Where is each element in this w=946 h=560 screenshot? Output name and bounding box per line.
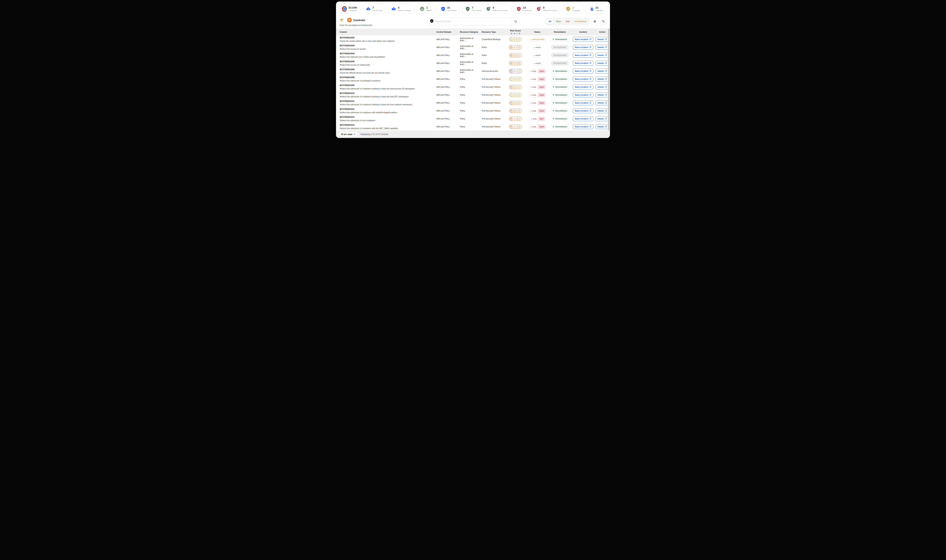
- raise-incident-button[interactable]: Raise Incident: [573, 108, 593, 113]
- risk-exclamation-icon: !: [519, 94, 520, 96]
- details-button[interactable]: Details: [596, 124, 609, 129]
- details-button[interactable]: Details: [596, 108, 609, 113]
- search-button[interactable]: [512, 18, 519, 25]
- resource-category-cell: Policy: [459, 126, 481, 128]
- col-header-domain: Control Domain: [435, 31, 459, 33]
- window-icon: [589, 125, 591, 128]
- remediation-button[interactable]: ⚙Remediation: [550, 92, 569, 97]
- action-cell: Details: [595, 85, 610, 89]
- risk-exclamation-icon: !: [514, 54, 515, 57]
- remediation-cell: ⚙Remediation: [548, 100, 572, 105]
- risk-exclamation-icon: !: [516, 118, 518, 120]
- remediation-button[interactable]: ⚙Remediation: [550, 117, 569, 121]
- status-cell: ●FAIL100%: [527, 109, 548, 113]
- controls-table: Control Control Domain Resource Category…: [336, 29, 610, 134]
- raise-incident-button[interactable]: Raise Incident: [573, 69, 593, 74]
- details-button[interactable]: Details: [596, 61, 609, 66]
- stats-bar: 33.33%Compliance7Resource Type4Resource …: [336, 2, 610, 15]
- status-badge: ●UNVALIDATED: [528, 37, 546, 42]
- remediation-button[interactable]: ⚙Remediation: [550, 85, 569, 89]
- control-description: Check the default service accounts are n…: [340, 72, 435, 74]
- control-domain-cell: IAM and Policy: [435, 118, 459, 120]
- vertical-scrollbar[interactable]: [608, 29, 610, 134]
- control-domain-cell: IAM and Policy: [435, 94, 459, 96]
- risk-exclamation-icon: !: [519, 62, 520, 65]
- risk-factor-badge: M⚠!!: [509, 45, 522, 49]
- details-button[interactable]: Details: [596, 116, 609, 121]
- status-badge: ●PASS: [532, 45, 542, 49]
- table-row: BCITK8S01014Reduce the admission of cont…: [336, 123, 610, 131]
- raise-incident-button[interactable]: Raise Incident: [573, 61, 593, 66]
- raise-incident-button[interactable]: Raise Incident: [573, 53, 593, 58]
- table-row: BCITK8S01008Reduce the admission of priv…: [336, 75, 610, 83]
- control-domain-cell: IAM and Policy: [435, 78, 459, 80]
- resource-category-cell: Authorization & Auth…: [459, 61, 481, 65]
- pagination-footer: 25 per page Displaying 1-21 of 21 Contro…: [336, 131, 610, 138]
- remediation-button[interactable]: ⚙Remediation: [550, 69, 569, 73]
- tab-all[interactable]: All: [546, 19, 554, 24]
- incident-cell: Raise Incident: [572, 85, 595, 89]
- raise-incident-button[interactable]: Raise Incident: [573, 100, 593, 105]
- shield-gold-icon: [566, 6, 571, 11]
- control-description: Reduce the admission of containers with …: [340, 111, 435, 114]
- resource-type-cell: Pod Security Policies: [481, 94, 505, 96]
- control-domain-cell: IAM and Policy: [435, 54, 459, 56]
- details-button[interactable]: Details: [596, 85, 609, 89]
- details-button[interactable]: Details: [596, 53, 609, 58]
- control-cell: BCITK8S01002Check the cluster-admin role…: [336, 37, 435, 42]
- status-cell: ●FAIL50%: [527, 117, 548, 121]
- window-icon: [605, 102, 607, 104]
- remediation-button[interactable]: ⚙Remediation: [550, 37, 569, 42]
- tab-unvalidated[interactable]: UnValidated: [572, 19, 589, 24]
- status-cell: ●FAIL100%: [527, 101, 548, 105]
- risk-exclamation-icon: !: [519, 78, 520, 80]
- tab-pass[interactable]: Pass: [554, 19, 563, 24]
- status-cell: ●PASS: [527, 61, 548, 65]
- gear-icon: ⚙: [552, 78, 554, 80]
- col-header-category: Resource Category: [459, 31, 481, 33]
- risk-exclamation-icon: !: [516, 94, 518, 96]
- filter-funnel-button[interactable]: [600, 18, 606, 25]
- remediation-button[interactable]: ⚙Remediation: [550, 125, 569, 129]
- details-button[interactable]: Details: [596, 100, 609, 105]
- details-button[interactable]: Details: [596, 92, 609, 97]
- control-cell: BCITK8S01012Reduce the admission of cont…: [336, 108, 435, 114]
- risk-factor-badge: L!!!: [509, 77, 522, 81]
- search-bar: [427, 18, 520, 25]
- page-size-select[interactable]: 25 per page: [339, 132, 358, 137]
- details-button[interactable]: Details: [596, 77, 609, 82]
- raise-incident-button[interactable]: Raise Incident: [573, 124, 593, 129]
- control-id: BCITK8S01008: [340, 76, 435, 78]
- raise-incident-button[interactable]: Raise Incident: [573, 85, 593, 89]
- search-input[interactable]: [435, 20, 512, 23]
- resource-category-cell: Authorization & Auth…: [459, 69, 481, 73]
- stat-item: 7Resource Type: [366, 6, 383, 11]
- incident-cell: Raise Incident: [572, 69, 595, 74]
- settings-sliders-button[interactable]: [591, 18, 598, 25]
- details-button[interactable]: Details: [596, 37, 609, 42]
- action-cell: Details: [595, 77, 610, 82]
- stat-label: Compliance: [349, 10, 357, 11]
- remediation-button[interactable]: ⚙Remediation: [550, 100, 569, 105]
- scrollbar-thumb[interactable]: [608, 29, 610, 131]
- details-button[interactable]: Details: [596, 45, 609, 50]
- raise-incident-button[interactable]: Raise Incident: [573, 116, 593, 121]
- raise-incident-button[interactable]: Raise Incident: [573, 92, 593, 97]
- app-window: 33.33%Compliance7Resource Type4Resource …: [336, 2, 610, 138]
- raise-incident-button[interactable]: Raise Incident: [573, 45, 593, 50]
- incident-cell: Raise Incident: [572, 124, 595, 129]
- stat-label: Marked Fail Controls: [543, 10, 557, 11]
- resource-type-cell: Pod Security Policies: [481, 126, 505, 128]
- remediation-button[interactable]: ⚙Remediation: [550, 77, 569, 81]
- table-row: BCITK8S01005Reduce the access to create …: [336, 59, 610, 67]
- risk-factor-badge: M!!!: [509, 101, 522, 105]
- risk-sub-o: O: [511, 32, 512, 34]
- remediation-button[interactable]: ⚙Remediation: [550, 108, 569, 113]
- tab-fail[interactable]: Fail: [563, 19, 572, 24]
- details-button[interactable]: Details: [596, 69, 609, 74]
- control-description: Reduce the access to create pods: [340, 64, 435, 66]
- raise-incident-button[interactable]: Raise Incident: [573, 77, 593, 82]
- raise-incident-button[interactable]: Raise Incident: [573, 37, 593, 42]
- remediation-cell: ⚙Remediation: [548, 117, 572, 121]
- control-domain-cell: IAM and Policy: [435, 102, 459, 104]
